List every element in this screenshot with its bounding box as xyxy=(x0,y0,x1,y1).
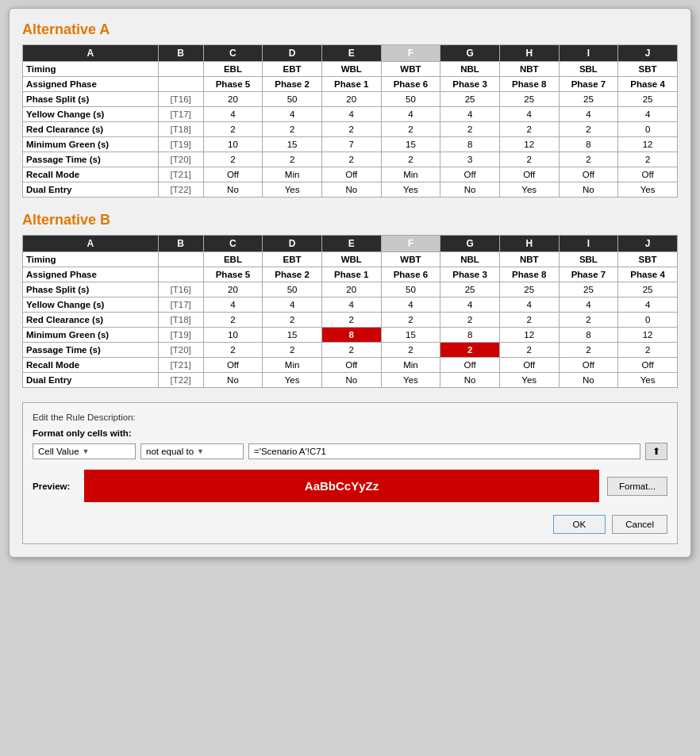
b-phase7: Phase 7 xyxy=(559,267,618,282)
table-row: Yellow Change (s) [T17] 4 4 4 4 4 4 4 4 xyxy=(23,297,678,313)
a-wbl: WBL xyxy=(321,62,381,77)
rule-description-dialog: Edit the Rule Description: Format only c… xyxy=(22,402,678,544)
a-phase6: Phase 6 xyxy=(381,77,440,92)
b-phase6: Phase 6 xyxy=(381,267,440,282)
a-phase8: Phase 8 xyxy=(499,77,559,92)
b-phase8: Phase 8 xyxy=(499,267,559,282)
a-subheader-row1: Timing EBL EBT WBL WBT NBL NBT SBL SBT xyxy=(23,62,678,77)
table-row: Minimum Green (s) [T19] 10 15 8 15 8 12 … xyxy=(23,328,678,343)
b-wbl: WBL xyxy=(321,252,381,267)
dialog-title: Edit the Rule Description: xyxy=(33,413,667,422)
b-col-header-b: B xyxy=(158,236,203,252)
preview-label: Preview: xyxy=(33,482,76,491)
b-col-header-g: G xyxy=(440,236,500,252)
a-sbl: SBL xyxy=(559,62,618,77)
a-phase2: Phase 2 xyxy=(263,77,322,92)
b-col-header-a: A xyxy=(23,236,159,252)
table-row: Recall Mode [T21] Off Min Off Min Off Of… xyxy=(23,167,678,182)
a-assigned-phase-tag xyxy=(158,77,203,92)
table-row: Passage Time (s) [T20] 2 2 2 2 2 2 2 2 xyxy=(23,343,678,358)
col-header-i: I xyxy=(559,45,618,62)
table-row: Dual Entry [T22] No Yes No Yes No Yes No… xyxy=(23,182,678,198)
a-assigned-phase-label: Assigned Phase xyxy=(23,77,159,92)
condition-value-input[interactable] xyxy=(248,443,640,459)
b-ebl: EBL xyxy=(203,252,263,267)
col-header-e: E xyxy=(321,45,381,62)
condition-op-select[interactable]: not equal to ▼ xyxy=(140,443,244,459)
table-row: Dual Entry [T22] No Yes No Yes No Yes No… xyxy=(23,373,678,388)
b-subheader-row2: Assigned Phase Phase 5 Phase 2 Phase 1 P… xyxy=(23,267,678,282)
alternative-a-table: A B C D E F G H I J Timing EBL EBT WBL W… xyxy=(22,44,678,198)
a-phase3: Phase 3 xyxy=(440,77,500,92)
a-subheader-row2: Assigned Phase Phase 5 Phase 2 Phase 1 P… xyxy=(23,77,678,92)
a-nbl: NBL xyxy=(440,62,500,77)
col-header-c: C xyxy=(203,45,263,62)
b-timing-tag xyxy=(158,252,203,267)
table-row: Red Clearance (s) [T18] 2 2 2 2 2 2 2 0 xyxy=(23,313,678,328)
format-button[interactable]: Format... xyxy=(607,477,667,496)
dialog-condition-row: Cell Value ▼ not equal to ▼ ⬆ xyxy=(33,443,667,460)
table-row: Phase Split (s) [T16] 20 50 20 50 25 25 … xyxy=(23,92,678,107)
b-col-header-f: F xyxy=(381,236,440,252)
b-sbl: SBL xyxy=(559,252,618,267)
table-row: Yellow Change (s) [T17] 4 4 4 4 4 4 4 4 xyxy=(23,107,678,122)
preview-box: AaBbCcYyZz xyxy=(84,470,599,502)
b-phase4: Phase 4 xyxy=(618,267,678,282)
b-nbl: NBL xyxy=(440,252,500,267)
condition-op-chevron-icon: ▼ xyxy=(197,447,204,455)
b-subheader-row1: Timing EBL EBT WBL WBT NBL NBT SBL SBT xyxy=(23,252,678,267)
col-header-h: H xyxy=(499,45,559,62)
condition-op-value: not equal to xyxy=(146,447,194,456)
b-col-header-j: J xyxy=(618,236,678,252)
b-col-header-h: H xyxy=(499,236,559,252)
preview-row: Preview: AaBbCcYyZz Format... xyxy=(33,470,667,502)
condition-type-value: Cell Value xyxy=(38,447,79,456)
b-phase5: Phase 5 xyxy=(203,267,263,282)
dialog-footer: OK Cancel xyxy=(33,515,667,534)
table-row: Phase Split (s) [T16] 20 50 20 50 25 25 … xyxy=(23,282,678,297)
alternative-b-table: A B C D E F G H I J Timing EBL EBT WBL W… xyxy=(22,235,678,388)
table-row: Recall Mode [T21] Off Min Off Min Off Of… xyxy=(23,358,678,373)
b-wbt: WBT xyxy=(381,252,440,267)
col-header-f: F xyxy=(381,45,440,62)
upload-icon[interactable]: ⬆ xyxy=(645,443,667,460)
condition-type-chevron-icon: ▼ xyxy=(83,447,90,455)
format-cells-label: Format only cells with: xyxy=(33,428,667,438)
col-header-d: D xyxy=(263,45,322,62)
col-header-a: A xyxy=(23,45,159,62)
condition-type-select[interactable]: Cell Value ▼ xyxy=(33,443,136,459)
col-header-b: B xyxy=(158,45,203,62)
table-row: Passage Time (s) [T20] 2 2 2 2 3 2 2 2 xyxy=(23,152,678,167)
b-sbt: SBT xyxy=(618,252,678,267)
a-phase4: Phase 4 xyxy=(618,77,678,92)
a-ebt: EBT xyxy=(263,62,322,77)
ok-button[interactable]: OK xyxy=(553,515,606,534)
b-timing-label: Timing xyxy=(23,252,159,267)
cancel-button[interactable]: Cancel xyxy=(612,515,667,534)
b-phase3: Phase 3 xyxy=(440,267,500,282)
a-phase5: Phase 5 xyxy=(203,77,263,92)
b-col-header-e: E xyxy=(321,236,381,252)
a-ebl: EBL xyxy=(203,62,263,77)
b-phase2: Phase 2 xyxy=(263,267,322,282)
table-row: Minimum Green (s) [T19] 10 15 7 15 8 12 … xyxy=(23,137,678,152)
b-ebt: EBT xyxy=(263,252,322,267)
a-wbt: WBT xyxy=(381,62,440,77)
a-phase7: Phase 7 xyxy=(559,77,618,92)
a-timing-tag xyxy=(158,62,203,77)
a-sbt: SBT xyxy=(618,62,678,77)
b-col-header-i: I xyxy=(559,236,618,252)
alternative-a-title: Alternative A xyxy=(22,21,678,38)
a-phase1: Phase 1 xyxy=(321,77,381,92)
b-col-header-c: C xyxy=(203,236,263,252)
table-row: Red Clearance (s) [T18] 2 2 2 2 2 2 2 0 xyxy=(23,122,678,137)
main-container: Alternative A A B C D E F G H I J Timing… xyxy=(9,8,691,558)
b-assigned-phase-tag xyxy=(158,267,203,282)
a-nbt: NBT xyxy=(499,62,559,77)
b-phase1: Phase 1 xyxy=(321,267,381,282)
b-assigned-phase-label: Assigned Phase xyxy=(23,267,159,282)
a-timing-label: Timing xyxy=(23,62,159,77)
b-col-header-d: D xyxy=(263,236,322,252)
b-nbt: NBT xyxy=(499,252,559,267)
col-header-j: J xyxy=(618,45,678,62)
